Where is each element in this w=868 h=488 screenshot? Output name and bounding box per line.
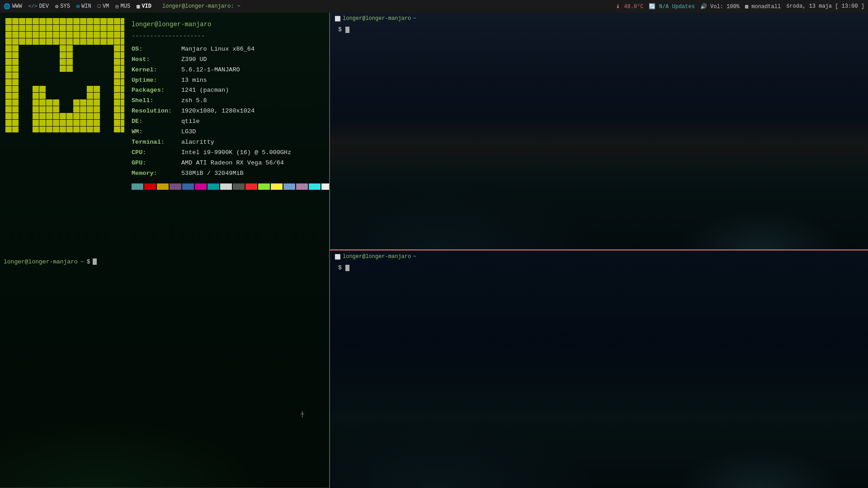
- info-key: Terminal:: [132, 137, 181, 148]
- color-swatch: [170, 183, 181, 190]
- color-swatch: [245, 183, 257, 190]
- topbar-left: 🌐 WWW </> DEV ⚙ SYS ⊞ WIN □ VM ◎ MUS ▦ V…: [4, 3, 241, 10]
- info-val: 5.6.12-1-MANJARO: [181, 65, 240, 75]
- updates-badge: 🔄 N/A Updates: [649, 3, 694, 10]
- topbar-mus-label: MUS: [121, 3, 131, 9]
- info-val: alacritty: [181, 137, 214, 148]
- info-row: WM: LG3D: [132, 127, 330, 137]
- info-val: Manjaro Linux x86_64: [181, 44, 255, 55]
- music-icon: ◎: [115, 3, 118, 10]
- dollar-br: $: [338, 264, 342, 271]
- color-swatch: [144, 183, 156, 190]
- info-row: Resolution: 1920x1080, 1280x1024: [132, 106, 330, 117]
- prompt-tr: $: [338, 26, 349, 33]
- topbar-www[interactable]: 🌐 WWW: [4, 3, 22, 10]
- info-row: OS: Manjaro Linux x86_64: [132, 44, 330, 55]
- info-val: 538MiB / 32049MiB: [181, 169, 244, 179]
- cursor-br: [345, 265, 349, 271]
- color-swatch: [296, 183, 308, 190]
- color-swatch: [321, 183, 330, 190]
- info-val: LG3D: [181, 127, 196, 137]
- info-val: 1241 (pacman): [181, 85, 229, 96]
- cursor-bl: [93, 258, 97, 265]
- gear-icon: ⚙: [55, 3, 58, 10]
- topbar-www-label: WWW: [12, 3, 22, 9]
- info-row: DE: qtile: [132, 117, 330, 127]
- color-swatch: [132, 183, 143, 190]
- topbar-vm-label: VM: [103, 3, 109, 9]
- dollar-tr: $: [338, 26, 342, 33]
- info-fields: OS: Manjaro Linux x86_64Host: Z390 UDKer…: [132, 44, 330, 179]
- info-val: qtile: [181, 117, 200, 127]
- topbar-right: 🌡 48.0°C 🔄 N/A Updates 🔊 Vol: 100% ▦ mon…: [615, 3, 864, 10]
- topbar-dev[interactable]: </> DEV: [28, 3, 49, 9]
- color-swatch: [220, 183, 232, 190]
- color-swatches: [132, 183, 330, 190]
- globe-icon: 🌐: [4, 3, 10, 10]
- prompt-br: $: [338, 264, 349, 271]
- term-tilde-br: ~: [413, 253, 416, 260]
- color-swatch: [233, 183, 245, 190]
- term-title-br: ⬜ longer@longer-manjaro ~: [335, 253, 416, 260]
- grid-icon: ▦: [137, 3, 140, 10]
- term-user-tr: longer@longer-manjaro: [343, 15, 411, 22]
- layout-badge: ▦ monadtall: [745, 3, 781, 10]
- info-key: GPU:: [132, 158, 181, 169]
- terminal-icon-tr: ⬜: [335, 16, 341, 22]
- term-overlay-tr: [330, 13, 868, 249]
- temperature-badge: 🌡 48.0°C: [615, 3, 643, 10]
- topbar-host: longer@longer-manjaro: ~: [162, 3, 241, 9]
- topbar-win[interactable]: ⊞ WIN: [76, 3, 91, 10]
- term-user-br: longer@longer-manjaro: [343, 253, 411, 260]
- topbar-mus[interactable]: ◎ MUS: [115, 3, 130, 10]
- topbar-sys[interactable]: ⚙ SYS: [55, 3, 70, 10]
- panel-top-right: ⬜ longer@longer-manjaro ~ $: [330, 13, 868, 250]
- prompt-tilde-bl: ~: [80, 258, 84, 265]
- color-swatch: [258, 183, 270, 190]
- color-swatch: [283, 183, 295, 190]
- info-row: Shell: zsh 5.8: [132, 96, 330, 106]
- info-key: Resolution:: [132, 106, 181, 117]
- color-swatch: [195, 183, 207, 190]
- term-tilde-tr: ~: [413, 15, 416, 22]
- dev-icon: </>: [28, 4, 38, 9]
- info-key: DE:: [132, 117, 181, 127]
- info-username: longer@longer-manjaro: [132, 19, 330, 30]
- neofetch-area: longer@longer-manjaro ------------------…: [0, 13, 329, 255]
- info-val: Intel i9-9900K (16) @ 5.000GHz: [181, 148, 291, 158]
- color-swatch: [208, 183, 219, 190]
- cursor-tr: [345, 27, 349, 33]
- info-row: Kernel: 5.6.12-1-MANJARO: [132, 65, 330, 75]
- terminal-prompt-bl: longer@longer-manjaro ~ $: [4, 258, 97, 265]
- topbar: 🌐 WWW </> DEV ⚙ SYS ⊞ WIN □ VM ◎ MUS ▦ V…: [0, 0, 868, 13]
- term-title-tr: ⬜ longer@longer-manjaro ~: [335, 15, 416, 22]
- topbar-win-label: WIN: [81, 3, 91, 9]
- info-key: Packages:: [132, 85, 181, 96]
- info-row: Uptime: 13 mins: [132, 75, 330, 86]
- prompt-user-bl: longer@longer-manjaro: [4, 258, 78, 265]
- term-overlay-br: [330, 251, 868, 488]
- cursor-indicator: ┼: [301, 411, 304, 418]
- info-row: CPU: Intel i9-9900K (16) @ 5.000GHz: [132, 148, 330, 158]
- ascii-logo: [5, 17, 124, 132]
- prompt-dollar-bl: $: [87, 258, 90, 265]
- info-val: AMD ATI Radeon RX Vega 56/64: [181, 158, 284, 169]
- panel-top-left: longer@longer-manjaro ------------------…: [0, 13, 330, 488]
- info-divider: --------------------: [132, 31, 330, 42]
- info-row: Terminal: alacritty: [132, 137, 330, 148]
- topbar-vid[interactable]: ▦ VID: [137, 3, 151, 10]
- info-row: Host: Z390 UD: [132, 55, 330, 65]
- panel-bottom-right: ⬜ longer@longer-manjaro ~ $: [330, 250, 868, 488]
- info-key: Host:: [132, 55, 181, 65]
- info-val: 13 mins: [181, 75, 207, 86]
- info-key: Memory:: [132, 169, 181, 179]
- topbar-vm[interactable]: □ VM: [98, 3, 109, 9]
- color-swatch: [182, 183, 194, 190]
- info-key: Kernel:: [132, 65, 181, 75]
- vm-icon: □: [98, 3, 101, 9]
- info-val: zsh 5.8: [181, 96, 207, 106]
- main-layout: longer@longer-manjaro ------------------…: [0, 13, 868, 488]
- info-key: WM:: [132, 127, 181, 137]
- topbar-dev-label: DEV: [39, 3, 49, 9]
- info-row: GPU: AMD ATI Radeon RX Vega 56/64: [132, 158, 330, 169]
